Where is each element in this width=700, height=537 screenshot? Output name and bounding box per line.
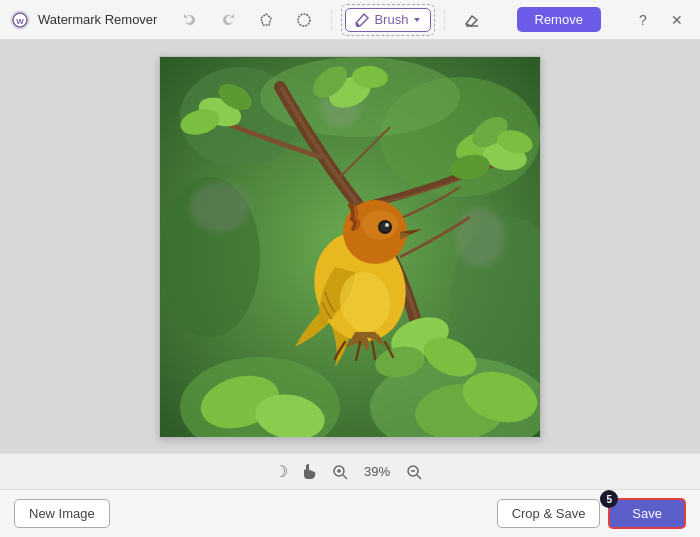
save-button[interactable]: Save — [608, 498, 686, 529]
toolbar-divider-1 — [331, 9, 332, 31]
svg-line-44 — [343, 475, 347, 479]
eraser-tool-button[interactable] — [457, 6, 487, 34]
hand-cursor-icon — [300, 464, 316, 480]
help-button[interactable]: ? — [630, 7, 656, 33]
save-button-wrapper: 5 Save — [608, 498, 686, 529]
brush-dropdown-button[interactable]: Brush — [345, 8, 431, 32]
chevron-down-icon — [412, 15, 422, 25]
bird-image — [160, 57, 540, 437]
redo-button[interactable] — [213, 6, 243, 34]
lasso-tool-button[interactable] — [251, 6, 281, 34]
new-image-button[interactable]: New Image — [14, 499, 110, 528]
undo-button[interactable] — [175, 6, 205, 34]
svg-point-14 — [455, 207, 505, 267]
close-button[interactable]: ✕ — [664, 7, 690, 33]
image-container — [159, 56, 541, 438]
brush-label: Brush — [374, 12, 408, 27]
svg-point-13 — [190, 182, 250, 232]
zoom-in-button[interactable] — [328, 460, 352, 484]
remove-button[interactable]: Remove — [517, 7, 601, 32]
app-logo-icon: W — [10, 10, 30, 30]
footer-right: Crop & Save 5 Save — [497, 498, 686, 529]
footer: New Image Crop & Save 5 Save — [0, 489, 700, 537]
svg-text:W: W — [16, 17, 24, 26]
zoom-level-display: 39% — [364, 464, 390, 479]
pan-tool-icon: ☽ — [274, 462, 288, 481]
toolbar-divider-2 — [444, 9, 445, 31]
canvas-area — [0, 40, 700, 453]
app-title: Watermark Remover — [38, 12, 157, 27]
zoom-toolbar: ☽ 39% — [0, 453, 700, 489]
svg-point-3 — [298, 14, 310, 26]
title-bar: W Watermark Remover Brush — [0, 0, 700, 40]
polygon-tool-button[interactable] — [289, 6, 319, 34]
svg-point-39 — [380, 222, 390, 232]
brush-tool-wrapper: Brush — [344, 7, 432, 33]
zoom-out-button[interactable] — [402, 460, 426, 484]
svg-line-47 — [417, 475, 421, 479]
crop-save-button[interactable]: Crop & Save — [497, 499, 601, 528]
svg-point-40 — [385, 223, 389, 227]
